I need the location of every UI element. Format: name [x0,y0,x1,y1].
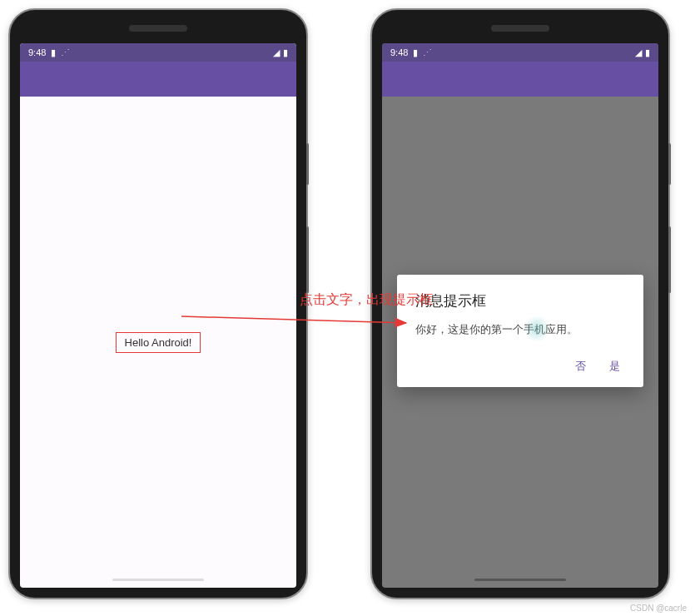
phone-left: 9:48 ▮ ⋰ ◢ ▮ Hello Android! [8,8,308,599]
volume-button [668,226,671,293]
speaker-grille [491,25,549,32]
status-battery-icon: ▮ [413,47,418,58]
nav-bar-gesture[interactable] [474,579,566,581]
dialog-yes-button[interactable]: 是 [609,359,620,374]
nav-bar-gesture[interactable] [112,579,204,581]
dialog-message: 你好，这是你的第一个手机应用。 [415,322,625,337]
dialog-message-text: 你好，这是你的第一个手机应用。 [415,323,578,335]
app-bar [382,62,658,97]
alert-dialog: 消息提示框 你好，这是你的第一个手机应用。 否 是 [397,275,643,387]
battery-icon: ▮ [283,47,288,58]
status-time: 9:48 [28,47,46,57]
battery-icon: ▮ [645,47,650,58]
status-time: 9:48 [390,47,408,57]
power-button [306,143,309,185]
screen-content: 消息提示框 你好，这是你的第一个手机应用。 否 是 [382,97,658,588]
status-wifi-icon: ⋰ [61,47,70,58]
screen-left: 9:48 ▮ ⋰ ◢ ▮ Hello Android! [20,43,296,588]
watermark: CSDN @cacrle [630,604,687,613]
power-button [668,143,671,185]
dialog-no-button[interactable]: 否 [575,359,586,374]
volume-button [306,226,309,293]
signal-icon: ◢ [273,47,280,58]
screen-content: Hello Android! [20,97,296,588]
status-bar: 9:48 ▮ ⋰ ◢ ▮ [382,43,658,62]
phone-right: 9:48 ▮ ⋰ ◢ ▮ 消息提示框 你好，这是你的第一个手机应用。 [370,8,670,599]
status-battery-icon: ▮ [51,47,56,58]
hello-android-text[interactable]: Hello Android! [116,332,201,353]
screen-right: 9:48 ▮ ⋰ ◢ ▮ 消息提示框 你好，这是你的第一个手机应用。 [382,43,658,588]
speaker-grille [129,25,187,32]
dialog-buttons: 否 是 [415,354,625,380]
app-bar [20,62,296,97]
status-bar: 9:48 ▮ ⋰ ◢ ▮ [20,43,296,62]
signal-icon: ◢ [635,47,642,58]
status-wifi-icon: ⋰ [423,47,432,58]
dialog-title: 消息提示框 [415,291,625,310]
